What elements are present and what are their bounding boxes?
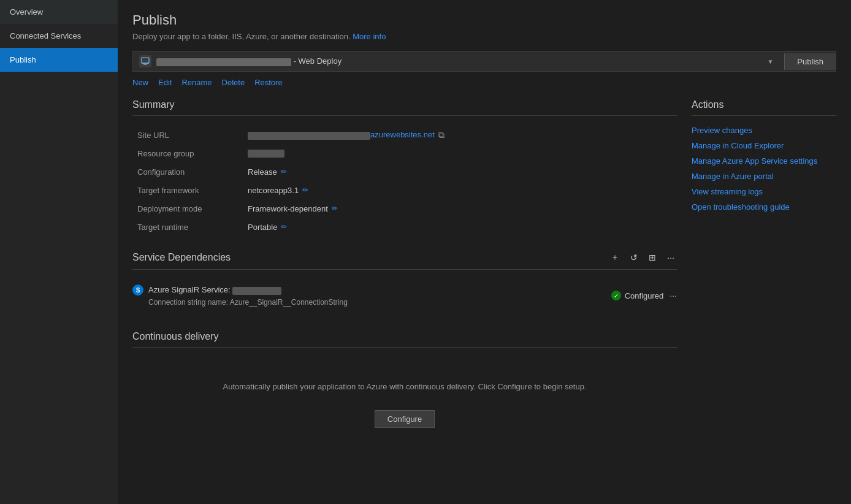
content-left: Summary Site URL azurewebsites.net ⧉	[132, 99, 677, 452]
profile-bar: - Web Deploy ▼ Publish	[132, 51, 836, 72]
svg-rect-0	[142, 58, 149, 63]
summary-section: Summary Site URL azurewebsites.net ⧉	[132, 99, 677, 236]
service-dependencies-section: Service Dependencies ＋ ↺ ⊞ ··· S Azure S…	[132, 251, 677, 311]
summary-table: Site URL azurewebsites.net ⧉ Resource gr…	[132, 126, 677, 236]
publish-button[interactable]: Publish	[784, 53, 836, 70]
summary-label-site-url: Site URL	[137, 131, 248, 140]
summary-label-target-framework: Target framework	[137, 186, 248, 195]
continuous-delivery-section: Continuous delivery Automatically publis…	[132, 331, 677, 452]
table-row: Deployment mode Framework-dependent ✏	[132, 199, 677, 218]
action-manage-azure-portal[interactable]: Manage in Azure portal	[692, 172, 836, 181]
profile-bar-left: - Web Deploy ▼	[133, 52, 784, 71]
sidebar-item-connected-services[interactable]: Connected Services	[0, 24, 118, 48]
summary-value-site-url: azurewebsites.net ⧉	[248, 130, 445, 140]
edit-target-framework-icon[interactable]: ✏	[302, 186, 308, 194]
continuous-delivery-text: Automatically publish your application t…	[145, 382, 665, 391]
profile-blurred-text	[156, 58, 291, 66]
action-troubleshooting-guide[interactable]: Open troubleshooting guide	[692, 202, 836, 212]
action-manage-cloud-explorer[interactable]: Manage in Cloud Explorer	[692, 141, 836, 150]
manage-dependency-button[interactable]: ⊞	[646, 251, 658, 264]
page-subtitle: Deploy your app to a folder, IIS, Azure,…	[132, 32, 836, 41]
content-columns: Summary Site URL azurewebsites.net ⧉	[132, 99, 836, 452]
new-link[interactable]: New	[132, 78, 148, 87]
action-view-streaming-logs[interactable]: View streaming logs	[692, 187, 836, 196]
resource-blurred	[248, 150, 284, 158]
table-row: Site URL azurewebsites.net ⧉	[132, 126, 677, 144]
service-dep-title: Service Dependencies	[132, 252, 231, 263]
actions-title: Actions	[692, 99, 836, 116]
restore-link[interactable]: Restore	[254, 78, 283, 87]
toolbar-links: New Edit Rename Delete Restore	[132, 78, 836, 87]
rename-link[interactable]: Rename	[181, 78, 212, 87]
table-row: Resource group	[132, 144, 677, 162]
edit-configuration-icon[interactable]: ✏	[281, 167, 287, 176]
signalr-blurred	[232, 287, 281, 295]
continuous-delivery-body: Automatically publish your application t…	[132, 357, 677, 452]
dep-item-more-icon[interactable]: ···	[670, 291, 677, 300]
sidebar: Overview Connected Services Publish	[0, 0, 118, 504]
summary-value-target-framework: netcoreapp3.1 ✏	[248, 186, 308, 195]
url-blurred	[248, 132, 370, 140]
refresh-dependency-button[interactable]: ↺	[628, 251, 640, 264]
add-dependency-button[interactable]: ＋	[608, 251, 622, 264]
summary-label-resource-group: Resource group	[137, 149, 248, 158]
action-manage-app-service[interactable]: Manage Azure App Service settings	[692, 156, 836, 166]
summary-value-target-runtime: Portable ✏	[248, 223, 287, 232]
sidebar-item-overview[interactable]: Overview	[0, 0, 118, 24]
dep-item-name: S Azure SignalR Service:	[132, 284, 348, 296]
azure-signalr-icon: S	[132, 284, 143, 296]
summary-value-deployment-mode: Framework-dependent ✏	[248, 204, 338, 213]
profile-name: - Web Deploy	[156, 56, 757, 66]
summary-title: Summary	[132, 99, 677, 116]
summary-value-resource-group	[248, 150, 284, 158]
edit-target-runtime-icon[interactable]: ✏	[281, 223, 287, 231]
summary-label-configuration: Configuration	[137, 167, 248, 177]
site-url-link[interactable]: azurewebsites.net	[248, 130, 435, 139]
summary-value-configuration: Release ✏	[248, 167, 287, 177]
content-right: Actions Preview changes Manage in Cloud …	[677, 99, 836, 452]
copy-icon[interactable]: ⧉	[438, 130, 445, 140]
configured-icon: ✓	[611, 291, 621, 300]
profile-icon	[139, 55, 151, 67]
configured-badge: ✓ Configured	[611, 291, 664, 300]
summary-label-deployment-mode: Deployment mode	[137, 204, 248, 213]
edit-deployment-mode-icon[interactable]: ✏	[332, 204, 338, 213]
actions-list: Preview changes Manage in Cloud Explorer…	[692, 126, 836, 212]
service-dep-icons: ＋ ↺ ⊞ ···	[608, 251, 677, 264]
continuous-delivery-title: Continuous delivery	[132, 331, 677, 348]
main-content: Publish Deploy your app to a folder, IIS…	[118, 0, 851, 504]
sidebar-item-publish[interactable]: Publish	[0, 48, 118, 72]
more-dependency-button[interactable]: ···	[665, 251, 677, 264]
edit-link[interactable]: Edit	[158, 78, 172, 87]
table-row: Target framework netcoreapp3.1 ✏	[132, 181, 677, 199]
configure-button[interactable]: Configure	[375, 410, 435, 428]
delete-link[interactable]: Delete	[222, 78, 245, 87]
service-dep-header: Service Dependencies ＋ ↺ ⊞ ···	[132, 251, 677, 270]
table-row: Target runtime Portable ✏	[132, 218, 677, 236]
dep-item-left: S Azure SignalR Service: Connection stri…	[132, 284, 348, 307]
action-preview-changes[interactable]: Preview changes	[692, 126, 836, 135]
dep-item-right: ✓ Configured ···	[611, 291, 677, 300]
dep-item-connection-string: Connection string name: Azure__SignalR__…	[132, 298, 348, 307]
table-row: Configuration Release ✏	[132, 162, 677, 181]
list-item: S Azure SignalR Service: Connection stri…	[132, 280, 677, 311]
summary-label-target-runtime: Target runtime	[137, 223, 248, 232]
page-title: Publish	[132, 12, 836, 28]
profile-dropdown[interactable]: ▼	[762, 58, 778, 65]
more-info-link[interactable]: More info	[353, 32, 386, 41]
